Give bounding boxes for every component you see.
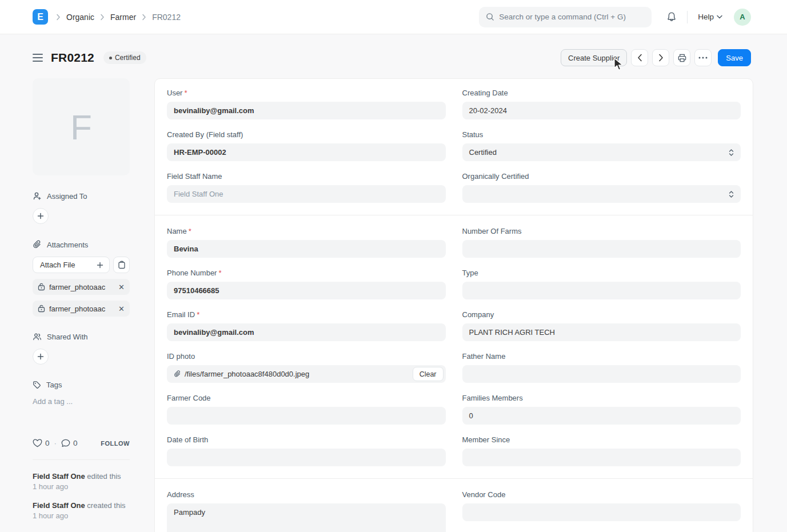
activity-time: 1 hour ago: [33, 511, 68, 520]
date-of-birth-input[interactable]: [167, 449, 446, 466]
notifications-bell-icon[interactable]: [666, 11, 677, 22]
form-sidebar: F Assigned To Attachments Attach File: [33, 78, 130, 530]
clear-attachment-button[interactable]: Clear: [413, 367, 444, 381]
field-vendor-code: Vendor Code: [462, 490, 741, 532]
created-by-input[interactable]: HR-EMP-00002: [167, 143, 446, 161]
user-input[interactable]: bevinaliby@gmail.com: [167, 102, 446, 119]
tags-label: Tags: [46, 381, 62, 389]
required-marker: *: [218, 269, 221, 277]
field-farmer-code: Farmer Code: [167, 394, 446, 425]
activity-user[interactable]: Field Staff One: [33, 472, 85, 481]
field-label: Organically Certified: [462, 172, 529, 181]
paperclip-icon: [174, 370, 181, 378]
people-icon: [33, 333, 42, 341]
status-dot-icon: [109, 57, 112, 59]
email-id-input[interactable]: bevinaliby@gmail.com: [167, 323, 446, 341]
help-menu[interactable]: Help: [698, 13, 722, 21]
add-assignment-button[interactable]: [33, 208, 49, 224]
print-button[interactable]: [673, 49, 690, 66]
field-label: Created By (Field staff): [167, 130, 243, 139]
field-label: Address: [167, 490, 194, 499]
field-label: Date of Birth: [167, 435, 208, 444]
field-number-of-farms: Number Of Farms: [462, 227, 741, 258]
field-label: Email ID: [167, 310, 195, 319]
menu-ellipsis-button[interactable]: [694, 49, 712, 66]
follow-button[interactable]: FOLLOW: [101, 440, 130, 447]
search-input[interactable]: [499, 13, 645, 21]
add-share-button[interactable]: [33, 349, 49, 365]
global-search[interactable]: [479, 7, 652, 27]
breadcrumb-organic[interactable]: Organic: [66, 13, 94, 22]
phone-number-input[interactable]: 97510466685: [167, 282, 446, 299]
field-label: Father Name: [462, 352, 506, 361]
field-label: Member Since: [462, 435, 510, 444]
remove-attachment-icon[interactable]: ✕: [118, 283, 125, 291]
attach-file-button[interactable]: Attach File: [33, 257, 110, 273]
remove-attachment-icon[interactable]: ✕: [118, 305, 125, 313]
vendor-code-input[interactable]: [462, 503, 741, 521]
father-name-input[interactable]: [462, 365, 741, 383]
sidebar-toggle-icon[interactable]: [33, 51, 43, 64]
name-input[interactable]: Bevina: [167, 240, 446, 258]
field-status: Status Certified: [462, 130, 741, 161]
lock-icon: [38, 283, 45, 291]
field-type: Type: [462, 269, 741, 299]
attachment-file-link[interactable]: farmer_photoaac: [49, 283, 114, 291]
field-label: Families Members: [462, 394, 523, 402]
heart-icon[interactable]: [33, 439, 42, 447]
field-label: Field Staff Name: [167, 172, 222, 181]
families-members-input[interactable]: 0: [462, 407, 741, 425]
record-image-placeholder[interactable]: F: [33, 78, 130, 175]
attachment-item: farmer_photoaac ✕: [33, 301, 130, 317]
organically-certified-select[interactable]: [462, 185, 741, 203]
field-label: ID photo: [167, 352, 195, 361]
creating-date-input[interactable]: 20-02-2024: [462, 102, 741, 119]
id-photo-file-link[interactable]: /files/farmer_photoaac8f480d0d0.jpeg: [185, 370, 309, 378]
status-select[interactable]: Certified: [462, 143, 741, 161]
assigned-to-header: Assigned To: [33, 191, 130, 201]
create-supplier-button[interactable]: Create Supplier: [561, 49, 627, 66]
save-button[interactable]: Save: [718, 49, 751, 66]
plus-icon: [97, 262, 103, 269]
shared-with-label: Shared With: [47, 333, 88, 341]
field-label: Phone Number: [167, 269, 217, 277]
assigned-to-label: Assigned To: [47, 192, 87, 201]
company-input[interactable]: PLANT RICH AGRI TECH: [462, 323, 741, 341]
field-label: Creating Date: [462, 89, 508, 97]
tags-section: Tags Add a tag ...: [33, 381, 130, 406]
field-father-name: Father Name: [462, 352, 741, 383]
likes-count[interactable]: 0: [45, 439, 50, 447]
field-label: Number Of Farms: [462, 227, 522, 235]
number-of-farms-input[interactable]: [462, 240, 741, 258]
activity-user[interactable]: Field Staff One: [33, 501, 85, 510]
add-tag-input[interactable]: Add a tag ...: [33, 397, 130, 406]
copy-attachments-button[interactable]: [113, 257, 130, 273]
attachment-item: farmer_photoaac ✕: [33, 279, 130, 295]
field-label: Type: [462, 269, 478, 277]
farmer-code-input[interactable]: [167, 407, 446, 425]
shared-with-section: Shared With: [33, 333, 130, 365]
attachment-file-link[interactable]: farmer_photoaac: [49, 305, 114, 313]
breadcrumb-farmer[interactable]: Farmer: [110, 13, 136, 22]
field-label: Name: [167, 227, 187, 235]
user-avatar[interactable]: A: [734, 9, 751, 26]
tag-icon: [33, 381, 41, 389]
section-divider: [155, 215, 753, 215]
navbar-right: Help A: [479, 7, 751, 27]
app-logo-icon[interactable]: E: [33, 9, 48, 25]
previous-record-button[interactable]: [631, 49, 648, 66]
field-email-id: Email ID* bevinaliby@gmail.com: [167, 310, 446, 341]
field-name: Name* Bevina: [167, 227, 446, 258]
field-label: User: [167, 89, 182, 97]
comments-count[interactable]: 0: [73, 439, 78, 447]
comment-icon[interactable]: [61, 439, 70, 447]
paperclip-icon: [33, 240, 42, 249]
next-record-button[interactable]: [652, 49, 669, 66]
type-input[interactable]: [462, 282, 741, 299]
field-label: Vendor Code: [462, 490, 506, 499]
member-since-input[interactable]: [462, 449, 741, 466]
field-staff-name-input[interactable]: Field Staff One: [167, 185, 446, 203]
address-textarea[interactable]: Pampady: [167, 503, 446, 532]
field-label: Farmer Code: [167, 394, 211, 402]
navbar-divider: [687, 11, 688, 23]
